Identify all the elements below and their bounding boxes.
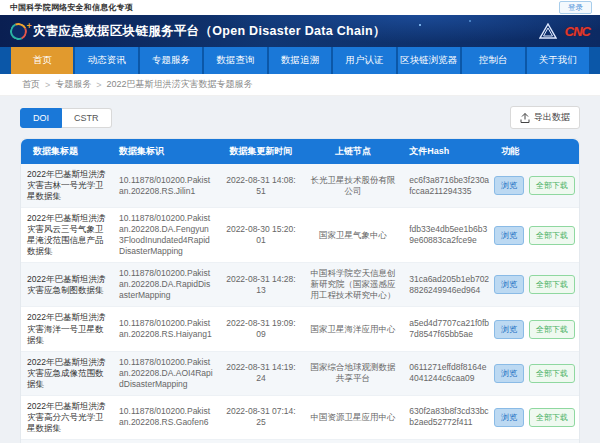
nav-item[interactable]: 区块链浏览器 — [398, 47, 460, 74]
dataset-title: 2022年巴基斯坦洪涝灾害海洋一号卫星数据集 — [21, 307, 113, 350]
browse-button[interactable]: 浏览 — [494, 176, 524, 195]
cnc-logo-icon: CNC — [565, 24, 590, 39]
table-header-row: 数据集标题 数据集标识 数据集更新时间 上链节点 文件Hash 功能 — [21, 139, 579, 164]
download-all-button[interactable]: 全部下载 — [529, 275, 575, 294]
dataset-node: 国家卫星气象中心 — [303, 225, 403, 246]
nav-item[interactable]: 首页 — [11, 47, 73, 74]
col-title: 数据集标题 — [21, 145, 113, 158]
dataset-file-hash: a5ed4d7707ca21f0fb7d8547f65bb5ae — [403, 313, 495, 345]
download-all-button[interactable]: 全部下载 — [529, 320, 575, 339]
table-body: 2022年巴基斯坦洪涝灾害吉林一号光学卫星数据集 10.11878/010200… — [21, 164, 579, 443]
nav-item[interactable]: 控制台 — [462, 47, 524, 74]
dataset-node: 长光卫星技术股份有限公司 — [303, 170, 403, 202]
row-actions: 浏览 全部下载 — [495, 359, 579, 388]
nav-item[interactable]: 数据追溯 — [269, 47, 331, 74]
row-actions: 浏览 全部下载 — [495, 403, 579, 432]
table-row: 2022年巴基斯坦洪涝灾害吉林一号光学卫星数据集 10.11878/010200… — [21, 164, 579, 208]
dataset-file-hash: ec6f3a8716be3f230afccaa211294335 — [403, 170, 495, 202]
breadcrumb-item: 首页 > — [22, 78, 55, 91]
dataset-title: 2022年巴基斯坦洪涝灾害应急成像范围数据集 — [21, 352, 113, 395]
dataset-update-time: 2022-08-31 14:19:24 — [219, 357, 303, 389]
breadcrumb-separator: > — [96, 80, 101, 90]
brand: 灾害应急数据区块链服务平台（Open Disaster Data Chain） — [10, 23, 386, 40]
export-label: 导出数据 — [534, 111, 570, 124]
table-row: 2022年巴基斯坦洪涝灾害海洋一号卫星数据集 10.11878/010200.P… — [21, 307, 579, 351]
nav-item[interactable]: 用户认证 — [333, 47, 395, 74]
table-row: 2022年巴基斯坦洪涝灾害应急成像范围数据集 10.11878/010200.P… — [21, 352, 579, 396]
platform-logo-icon — [8, 20, 30, 42]
download-all-button[interactable]: 全部下载 — [529, 364, 575, 383]
dataset-update-time: 2022-08-31 07:14:25 — [219, 401, 303, 433]
dataset-file-hash: 0611271effd8f8164e4041244c6caa09 — [403, 357, 495, 389]
browse-button[interactable]: 浏览 — [494, 226, 524, 245]
browse-button[interactable]: 浏览 — [494, 408, 524, 427]
dataset-identifier: 10.11878/010200.Pakistan.202208.RS.Gaofe… — [113, 401, 219, 433]
col-actions: 功能 — [495, 145, 579, 158]
dataset-node: 中国资源卫星应用中心 — [303, 407, 403, 428]
dataset-update-time: 2022-08-31 19:09:09 — [219, 313, 303, 345]
dataset-file-hash: fdb33e4db5ee1b6b39e60883ca2fce9e — [403, 219, 495, 251]
download-all-button[interactable]: 全部下载 — [529, 408, 575, 427]
platform-title: 灾害应急数据区块链服务平台（Open Disaster Data Chain） — [33, 23, 386, 40]
dataset-identifier: 10.11878/010200.Pakistan.202208.RS.Jilin… — [113, 170, 219, 202]
export-data-button[interactable]: 导出数据 — [510, 106, 580, 129]
browse-button[interactable]: 浏览 — [494, 364, 524, 383]
nav-item[interactable]: 动态资讯 — [75, 47, 137, 74]
dataset-title: 2022年巴基斯坦洪涝灾害吉林一号光学卫星数据集 — [21, 164, 113, 207]
dataset-update-time: 2022-08-30 15:20:01 — [219, 219, 303, 251]
download-all-button[interactable]: 全部下载 — [529, 226, 575, 245]
dataset-title: 2022年巴基斯坦洪涝灾害风云三号气象卫星淹没范围信息产品数据集 — [21, 208, 113, 262]
dataset-identifier: 10.11878/010200.Pakistan.202208.DA.AOI4R… — [113, 352, 219, 395]
dataset-title: 2022年巴基斯坦洪涝灾害高分六号光学卫星数据集 — [21, 396, 113, 439]
browse-button[interactable]: 浏览 — [494, 320, 524, 339]
breadcrumb-link[interactable]: 首页 — [22, 78, 40, 91]
col-file-hash: 文件Hash — [403, 145, 495, 158]
row-actions: 浏览 全部下载 — [495, 221, 579, 250]
table-row: 2022年巴基斯坦洪涝灾害应急制图数据集 10.11878/010200.Pak… — [21, 263, 579, 307]
breadcrumb-item: 专题服务 > — [55, 78, 106, 91]
browse-button[interactable]: 浏览 — [494, 275, 524, 294]
nav-item[interactable]: 数据查询 — [204, 47, 266, 74]
tab-doi[interactable]: DOI — [20, 108, 62, 128]
dataset-update-time: 2022-08-31 14:08:51 — [219, 170, 303, 202]
breadcrumb-link[interactable]: 专题服务 — [55, 78, 91, 91]
table-row: 2022年巴基斯坦洪涝灾害风云三号气象卫星淹没范围信息产品数据集 10.1187… — [21, 208, 579, 263]
dataset-node: 中国科学院空天信息创新研究院（国家遥感应用工程技术研究中心） — [303, 263, 403, 306]
triangle-logo-icon — [539, 23, 557, 39]
content: DOI CSTR 导出数据 数据集标题 数据集标识 数据集更新时间 上链节点 文… — [0, 96, 600, 443]
breadcrumb-link[interactable]: 2022巴基斯坦洪涝灾害数据专题服务 — [107, 78, 253, 91]
dataset-file-hash: 31ca6ad205b1eb7028826249946ed964 — [403, 269, 495, 301]
dataset-identifier: 10.11878/010200.Pakistan.202208.DA.Rapid… — [113, 263, 219, 306]
top-strip: 中国科学院网络安全和信息化专项 登录 — [0, 0, 600, 15]
nav-item[interactable]: 关于我们 — [527, 47, 589, 74]
row-actions: 浏览 全部下载 — [495, 315, 579, 344]
dataset-file-hash: 630f2a83b8f3cd33bcb2aed52772f411 — [403, 401, 495, 433]
login-button[interactable]: 登录 — [559, 1, 592, 14]
cas-project-label: 中国科学院网络安全和信息化专项 — [10, 2, 133, 13]
download-all-button[interactable]: 全部下载 — [529, 176, 575, 195]
table-row: 2022年巴基斯坦洪涝灾害高分六号光学卫星数据集 10.11878/010200… — [21, 396, 579, 440]
main-nav: 首页 动态资讯 专题服务 数据查询 数据追溯 用户认证 区块链浏览器 控制台 关… — [0, 47, 600, 74]
dataset-identifier: 10.11878/010200.Pakistan.202208.DA.Fengy… — [113, 208, 219, 262]
breadcrumb: 首页 > 专题服务 > 2022巴基斯坦洪涝灾害数据专题服务 > — [0, 74, 600, 96]
toolbar: DOI CSTR 导出数据 — [20, 106, 580, 129]
tab-cstr[interactable]: CSTR — [62, 108, 112, 128]
identifier-tab-group: DOI CSTR — [20, 108, 112, 128]
col-node: 上链节点 — [303, 145, 403, 158]
dataset-update-time: 2022-08-31 14:28:13 — [219, 269, 303, 301]
col-update-time: 数据集更新时间 — [219, 145, 303, 158]
dataset-node: 国家综合地球观测数据共享平台 — [303, 357, 403, 389]
export-icon — [520, 113, 530, 123]
col-identifier: 数据集标识 — [113, 145, 219, 158]
row-actions: 浏览 全部下载 — [495, 171, 579, 200]
dataset-title: 2022年巴基斯坦洪涝灾害应急制图数据集 — [21, 269, 113, 301]
row-actions: 浏览 全部下载 — [495, 270, 579, 299]
breadcrumb-separator: > — [45, 80, 50, 90]
dataset-table: 数据集标题 数据集标识 数据集更新时间 上链节点 文件Hash 功能 2022年… — [20, 138, 580, 443]
breadcrumb-item: 2022巴基斯坦洪涝灾害数据专题服务 > — [107, 78, 253, 91]
nav-item[interactable]: 专题服务 — [140, 47, 202, 74]
dataset-identifier: 10.11878/010200.Pakistan.202208.RS.Haiya… — [113, 313, 219, 345]
masthead: 灾害应急数据区块链服务平台（Open Disaster Data Chain） … — [0, 15, 600, 47]
partner-logos: CNC — [539, 23, 590, 39]
dataset-node: 国家卫星海洋应用中心 — [303, 319, 403, 340]
